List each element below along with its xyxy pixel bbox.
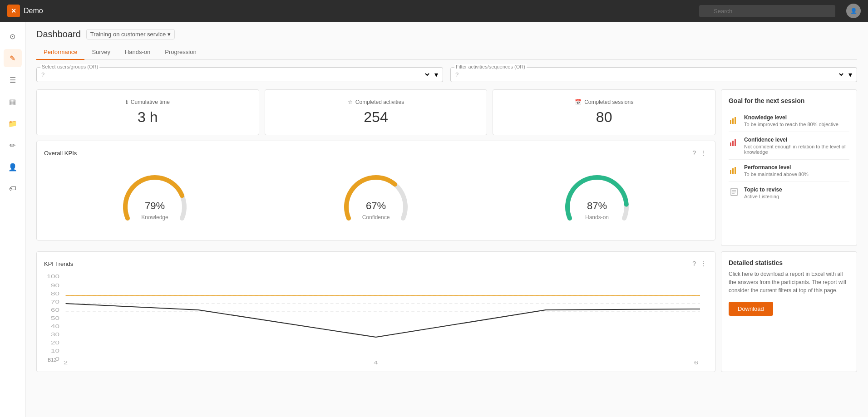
tab-survey[interactable]: Survey — [84, 45, 117, 60]
detail-stats-title: Detailed statistics — [729, 259, 849, 266]
svg-text:10: 10 — [51, 348, 59, 353]
tab-progression[interactable]: Progression — [158, 45, 203, 60]
avatar[interactable]: 👤 — [846, 4, 861, 18]
bottom-row: KPI Trends ? ⋮ 100 90 80 70 60 — [36, 251, 857, 372]
breadcrumb-training[interactable]: Training on customer service ▾ — [86, 29, 175, 39]
goal-topic-desc: Active Listening — [744, 194, 849, 199]
svg-text:100: 100 — [47, 274, 60, 279]
stat-completed-sessions: 📅 Completed sessions 80 — [493, 89, 715, 135]
svg-rect-6 — [730, 170, 731, 174]
users-filter: Select users/groups (OR) ? ▾ — [36, 67, 443, 82]
svg-text:6: 6 — [694, 360, 699, 364]
stat-header-1: ℹ Cumulative time — [126, 99, 170, 105]
activities-filter-label: Filter activities/sequences (OR) — [454, 64, 527, 69]
download-button[interactable]: Download — [729, 302, 773, 316]
activities-filter-inner: ? ▾ — [455, 70, 852, 79]
sidebar-item-home[interactable]: ⊙ — [4, 27, 22, 45]
svg-text:70: 70 — [51, 299, 59, 304]
gauge-confidence: 67% Confidence — [340, 168, 412, 227]
svg-text:60: 60 — [51, 308, 59, 313]
stat-header-3: 📅 Completed sessions — [575, 99, 633, 105]
goal-item-knowledge: Knowledge level To be improved to reach … — [729, 110, 849, 132]
trends-more-button[interactable]: ⋮ — [700, 259, 708, 268]
filters-row: Select users/groups (OR) ? ▾ Filter acti… — [36, 67, 857, 82]
dropdown-icon: ▾ — [168, 31, 171, 38]
activities-help-icon[interactable]: ? — [455, 71, 459, 78]
kpis-help-button[interactable]: ? — [691, 148, 697, 157]
sidebar-item-pen[interactable]: ✏ — [4, 136, 22, 154]
goal-title: Goal for the next session — [729, 97, 849, 104]
gauge-handson-svg: 87% Hands-on — [561, 168, 633, 227]
goal-text-topic: Topic to revise Active Listening — [744, 186, 849, 199]
goal-knowledge-title: Knowledge level — [744, 114, 849, 121]
stat-completed-activities: ☆ Completed activities 254 — [265, 89, 488, 135]
activities-filter-select[interactable] — [462, 71, 845, 78]
trends-actions: ? ⋮ — [691, 259, 708, 268]
tab-hands-on[interactable]: Hands-on — [118, 45, 158, 60]
kpis-more-button[interactable]: ⋮ — [700, 148, 708, 157]
svg-text:79%: 79% — [145, 200, 165, 211]
goal-icon-knowledge — [729, 114, 740, 125]
goal-text-performance: Performance level To be maintained above… — [744, 164, 849, 177]
goal-item-confidence: Confidence level Not confident enough in… — [729, 132, 849, 160]
sidebar-item-folder[interactable]: 📁 — [4, 114, 22, 132]
goal-icon-performance — [729, 164, 740, 175]
trends-help-button[interactable]: ? — [691, 259, 697, 268]
stat-cumulative-time: ℹ Cumulative time 3 h — [36, 89, 259, 135]
search-input[interactable] — [699, 5, 835, 17]
activities-icon: ☆ — [348, 99, 353, 105]
bottom-number: B12 — [48, 357, 57, 363]
goal-confidence-title: Confidence level — [744, 137, 849, 143]
svg-text:20: 20 — [51, 340, 59, 345]
goal-text-confidence: Confidence level Not confident enough in… — [744, 137, 849, 155]
activities-label: Completed activities — [355, 99, 404, 105]
goal-performance-desc: To be maintained above 80% — [744, 172, 849, 177]
cumulative-icon: ℹ — [126, 99, 128, 105]
trends-chart-svg: 100 90 80 70 60 50 40 30 20 10 0 — [44, 274, 708, 364]
kpis-panel-header: Overall KPIs ? ⋮ — [44, 148, 708, 157]
kpis-title: Overall KPIs — [44, 150, 77, 157]
training-label: Training on customer service — [90, 31, 166, 38]
tab-performance[interactable]: Performance — [36, 45, 84, 60]
users-filter-select[interactable] — [48, 71, 431, 78]
tabs-bar: Performance Survey Hands-on Progression — [36, 45, 857, 60]
svg-text:87%: 87% — [587, 200, 607, 211]
svg-rect-8 — [735, 167, 736, 174]
sidebar-item-chart[interactable]: ▦ — [4, 93, 22, 111]
activities-value: 254 — [364, 109, 388, 126]
navbar: ✕ Demo 🔍 👤 — [0, 0, 868, 22]
svg-text:67%: 67% — [366, 200, 386, 211]
users-help-icon[interactable]: ? — [41, 71, 44, 78]
users-dropdown-icon: ▾ — [434, 70, 438, 79]
svg-rect-3 — [730, 142, 731, 146]
gauges-row: 79% Knowledge 67% Confidence — [44, 163, 708, 233]
svg-rect-2 — [735, 117, 736, 124]
goal-item-topic: Topic to revise Active Listening — [729, 182, 849, 204]
goal-item-performance: Performance level To be maintained above… — [729, 160, 849, 182]
sidebar-item-users[interactable]: 👤 — [4, 158, 22, 176]
activities-dropdown-icon: ▾ — [848, 70, 852, 79]
detail-stats-desc: Click here to download a report in Excel… — [729, 270, 849, 294]
svg-text:Confidence: Confidence — [362, 214, 390, 221]
svg-rect-1 — [732, 118, 734, 124]
svg-text:50: 50 — [51, 316, 59, 321]
goal-text-knowledge: Knowledge level To be improved to reach … — [744, 114, 849, 127]
app-logo[interactable]: ✕ Demo — [7, 5, 43, 17]
sessions-value: 80 — [596, 109, 612, 126]
svg-text:2: 2 — [64, 360, 68, 364]
sidebar-item-edit[interactable]: ✎ — [4, 49, 22, 67]
svg-text:90: 90 — [51, 283, 59, 288]
sidebar-item-list[interactable]: ☰ — [4, 71, 22, 89]
svg-text:Knowledge: Knowledge — [141, 214, 168, 221]
sidebar: ⊙ ✎ ☰ ▦ 📁 ✏ 👤 🏷 — [0, 22, 25, 417]
overall-kpis-panel: Overall KPIs ? ⋮ 7 — [36, 141, 715, 240]
sidebar-item-tag[interactable]: 🏷 — [4, 180, 22, 198]
chart-container: 100 90 80 70 60 50 40 30 20 10 0 — [44, 274, 708, 364]
svg-text:4: 4 — [374, 360, 378, 364]
cumulative-value: 3 h — [138, 109, 158, 126]
kpis-panel-actions: ? ⋮ — [691, 148, 708, 157]
trends-title: KPI Trends — [44, 260, 73, 267]
main-layout: ⊙ ✎ ☰ ▦ 📁 ✏ 👤 🏷 Dashboard Training on cu… — [0, 22, 868, 417]
stats-grid: ℹ Cumulative time 3 h ☆ Completed activi… — [36, 89, 857, 246]
gauge-knowledge: 79% Knowledge — [118, 168, 191, 227]
